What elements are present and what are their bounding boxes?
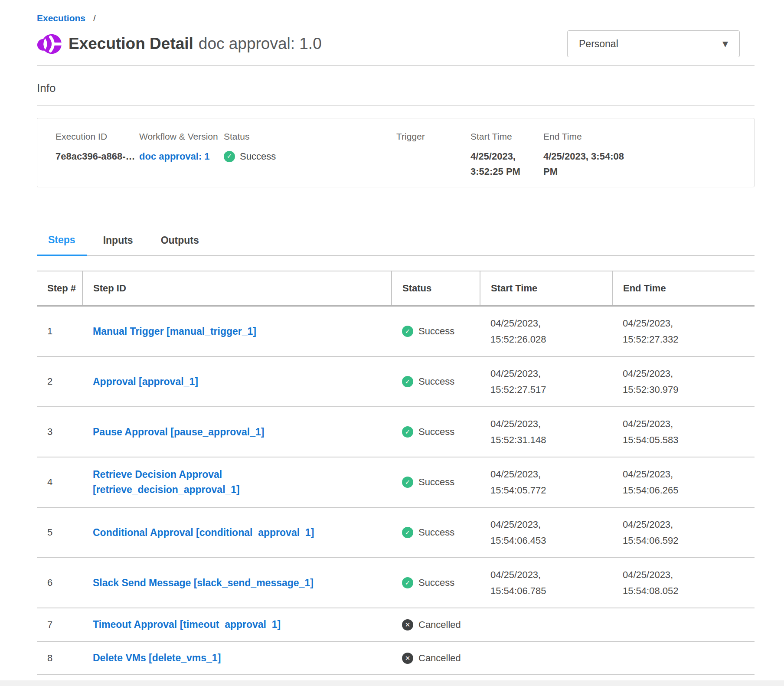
breadcrumb: Executions / (37, 13, 755, 23)
check-circle-icon: ✓ (402, 326, 413, 337)
workflow-logo-icon (37, 32, 62, 56)
status-label: Success (418, 527, 454, 538)
end-time-cell: 04/25/2023, 15:54:08.052 (612, 558, 755, 608)
x-circle-icon: ✕ (402, 653, 413, 664)
step-number: 7 (47, 619, 52, 630)
workflow-version-link[interactable]: doc approval: 1 (139, 151, 210, 162)
table-row: 7 Timeout Approval [timeout_approval_1] … (37, 608, 755, 641)
check-circle-icon: ✓ (402, 426, 413, 438)
start-time-cell (480, 641, 612, 675)
workspace-dropdown[interactable]: Personal ▼ (567, 30, 740, 57)
chevron-down-icon: ▼ (722, 39, 728, 48)
info-label: Status (224, 131, 396, 142)
step-id-link[interactable]: Conditional Approval [conditional_approv… (93, 525, 314, 540)
x-circle-icon: ✕ (402, 619, 413, 630)
table-row: 8 Delete VMs [delete_vms_1] ✕ Cancelled (37, 641, 755, 675)
table-row: 2 Approval [approval_1] ✓ Success 04/25/… (37, 356, 755, 407)
info-divider (37, 105, 755, 106)
tab-inputs[interactable]: Inputs (103, 235, 133, 255)
status-badge: ✓ Success (402, 376, 476, 387)
end-time-value: 4/25/2023, 3:54:08 PM (543, 149, 628, 179)
title-divider (37, 65, 755, 66)
table-row: 1 Manual Trigger [manual_trigger_1] ✓ Su… (37, 306, 755, 357)
step-id-link[interactable]: Retrieve Decision Approval [retrieve_dec… (93, 467, 336, 497)
info-field-end-time: End Time 4/25/2023, 3:54:08 PM (543, 131, 630, 179)
start-time-cell: 04/25/2023, 15:54:05.772 (480, 457, 612, 507)
status-label: Success (418, 326, 454, 337)
check-circle-icon: ✓ (402, 577, 413, 588)
status-badge: ✓ Success (402, 577, 476, 588)
check-circle-icon: ✓ (402, 477, 413, 488)
column-header-start-time: Start Time (480, 271, 612, 306)
start-time-cell: 04/25/2023, 15:52:27.517 (480, 356, 612, 407)
end-time-cell: 04/25/2023, 15:54:06.592 (612, 507, 755, 558)
tab-steps[interactable]: Steps (37, 234, 87, 256)
title-row: Execution Detail doc approval: 1.0 Perso… (37, 30, 755, 57)
check-circle-icon: ✓ (402, 527, 413, 538)
table-header-row: Step # Step ID Status Start Time End Tim… (37, 271, 755, 306)
start-time-cell: 04/25/2023, 15:54:06.785 (480, 558, 612, 608)
step-number: 4 (47, 477, 52, 487)
info-field-workflow-version: Workflow & Version doc approval: 1 (139, 131, 224, 179)
step-id-link[interactable]: Approval [approval_1] (93, 374, 198, 389)
end-time-cell (612, 641, 755, 675)
info-label: Trigger (396, 131, 470, 142)
step-id-link[interactable]: Manual Trigger [manual_trigger_1] (93, 324, 256, 339)
step-id-link[interactable]: Pause Approval [pause_approval_1] (93, 425, 264, 440)
execution-detail-page: Executions / Execution Detail doc approv… (0, 0, 784, 675)
page-title: Execution Detail (69, 35, 193, 53)
check-circle-icon: ✓ (224, 151, 235, 162)
step-id-link[interactable]: Slack Send Message [slack_send_message_1… (93, 575, 314, 591)
status-label: Cancelled (418, 619, 461, 630)
status-label: Success (240, 149, 276, 164)
step-number: 8 (47, 653, 52, 663)
step-number: 5 (47, 527, 52, 538)
end-time-cell: 04/25/2023, 15:54:06.265 (612, 457, 755, 507)
step-number: 1 (47, 326, 52, 336)
breadcrumb-separator: / (93, 13, 96, 23)
status-badge: ✕ Cancelled (402, 619, 476, 630)
column-header-step-number: Step # (37, 271, 82, 306)
column-header-status: Status (392, 271, 480, 306)
page-subtitle: doc approval: 1.0 (199, 35, 322, 53)
info-field-trigger: Trigger (396, 131, 470, 179)
breadcrumb-link-executions[interactable]: Executions (37, 13, 85, 23)
table-row: 3 Pause Approval [pause_approval_1] ✓ Su… (37, 407, 755, 457)
step-number: 6 (47, 577, 52, 588)
step-id-link[interactable]: Delete VMs [delete_vms_1] (93, 650, 221, 666)
info-label: Execution ID (56, 131, 139, 142)
tab-bar: Steps Inputs Outputs (37, 234, 755, 256)
end-time-cell: 04/25/2023, 15:52:30.979 (612, 356, 755, 407)
end-time-cell (612, 608, 755, 641)
info-section-heading: Info (37, 82, 755, 95)
info-label: Workflow & Version (139, 131, 224, 142)
status-label: Success (418, 577, 454, 588)
status-badge: ✓ Success (402, 477, 476, 488)
info-label: End Time (543, 131, 630, 142)
bottom-band (0, 680, 784, 686)
start-time-cell: 04/25/2023, 15:54:06.453 (480, 507, 612, 558)
column-header-step-id: Step ID (82, 271, 392, 306)
steps-table: Step # Step ID Status Start Time End Tim… (37, 271, 755, 675)
end-time-cell: 04/25/2023, 15:52:27.332 (612, 306, 755, 357)
start-time-cell: 04/25/2023, 15:52:26.028 (480, 306, 612, 357)
tab-outputs[interactable]: Outputs (161, 235, 199, 255)
check-circle-icon: ✓ (402, 376, 413, 387)
status-badge: ✓ Success (402, 326, 476, 337)
start-time-cell: 04/25/2023, 15:52:31.148 (480, 407, 612, 457)
column-header-end-time: End Time (612, 271, 755, 306)
info-label: Start Time (470, 131, 543, 142)
step-id-link[interactable]: Timeout Approval [timeout_approval_1] (93, 617, 281, 632)
info-card: Execution ID 7e8ac396-a868-… Workflow & … (37, 118, 755, 187)
table-row: 4 Retrieve Decision Approval [retrieve_d… (37, 457, 755, 507)
workspace-dropdown-value: Personal (579, 38, 618, 50)
start-time-cell (480, 608, 612, 641)
end-time-cell: 04/25/2023, 15:54:05.583 (612, 407, 755, 457)
info-field-start-time: Start Time 4/25/2023, 3:52:25 PM (470, 131, 543, 179)
table-row: 5 Conditional Approval [conditional_appr… (37, 507, 755, 558)
status-label: Success (418, 426, 454, 438)
info-field-status: Status ✓ Success (224, 131, 396, 179)
step-number: 3 (47, 426, 52, 437)
status-badge: ✓ Success (402, 426, 476, 438)
steps-table-body: 1 Manual Trigger [manual_trigger_1] ✓ Su… (37, 306, 755, 675)
